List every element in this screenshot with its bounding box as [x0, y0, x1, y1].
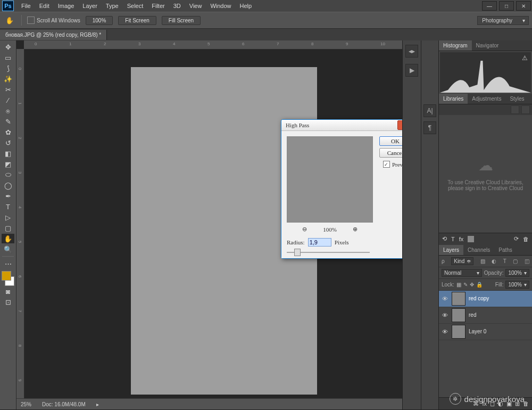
menu-file[interactable]: File: [17, 1, 35, 11]
close-window-button[interactable]: ✕: [516, 1, 531, 11]
filter-adjust-icon[interactable]: ◐: [492, 258, 496, 264]
character-panel-icon[interactable]: A|: [423, 104, 436, 117]
blur-tool[interactable]: ⬭: [2, 170, 14, 179]
tab-libraries[interactable]: Libraries: [439, 94, 468, 104]
healing-brush-tool[interactable]: ⍟: [2, 106, 14, 116]
tab-adjustments[interactable]: Adjustments: [468, 94, 505, 104]
filter-preview[interactable]: [287, 136, 373, 223]
ok-button[interactable]: OK: [379, 136, 402, 146]
menu-layer[interactable]: Layer: [78, 1, 102, 11]
menu-select[interactable]: Select: [123, 1, 148, 11]
blend-mode-select[interactable]: Normal▾: [442, 269, 482, 277]
layer-thumbnail[interactable]: [452, 292, 466, 306]
menu-help[interactable]: Help: [236, 1, 256, 11]
status-zoom[interactable]: 25%: [21, 401, 31, 407]
dialog-close-button[interactable]: ✕: [397, 120, 402, 130]
layer-filter-kind[interactable]: Kind≑: [451, 257, 473, 265]
lock-all-icon[interactable]: 🔒: [476, 282, 483, 288]
pen-tool[interactable]: ✒: [2, 191, 14, 201]
menu-image[interactable]: Image: [54, 1, 79, 11]
type-tool[interactable]: T: [2, 202, 14, 211]
filter-smart-icon[interactable]: ◫: [525, 258, 529, 264]
layer-name[interactable]: red copy: [469, 296, 489, 301]
fill-input[interactable]: 100%▾: [505, 281, 529, 289]
crop-tool[interactable]: ✂: [2, 85, 14, 94]
menu-view[interactable]: View: [185, 1, 206, 11]
lasso-tool[interactable]: ⟆: [2, 63, 14, 73]
menu-window[interactable]: Window: [206, 1, 235, 11]
fit-screen-button[interactable]: Fit Screen: [118, 16, 156, 25]
edit-toolbar[interactable]: ⋯: [2, 259, 14, 268]
lib-grid-view-icon[interactable]: [511, 105, 519, 114]
opacity-input[interactable]: 100%▾: [505, 269, 529, 277]
quick-mask-toggle[interactable]: ◙: [2, 286, 14, 296]
link-icon[interactable]: ⟲: [442, 235, 447, 242]
menu-type[interactable]: Type: [102, 1, 123, 11]
lock-trans-icon[interactable]: ▦: [456, 282, 461, 288]
layer-row[interactable]: 👁Layer 0: [439, 324, 532, 340]
slider-thumb[interactable]: [294, 249, 301, 256]
zoom-tool[interactable]: 🔍: [2, 244, 14, 254]
move-tool[interactable]: ✥: [2, 42, 14, 52]
marquee-tool[interactable]: ▭: [2, 53, 14, 62]
filter-shape-icon[interactable]: ▢: [513, 258, 518, 264]
brush-tool[interactable]: ✎: [2, 117, 14, 126]
paragraph-panel-icon[interactable]: ¶: [423, 121, 436, 134]
document-tab[interactable]: бновая.JPG @ 25% (red copy, RGB/8) *: [0, 30, 107, 40]
dialog-titlebar[interactable]: High Pass ✕: [281, 120, 402, 131]
sync-icon[interactable]: ⟳: [514, 235, 519, 242]
lock-pos-icon[interactable]: ✥: [470, 282, 474, 288]
cancel-button[interactable]: Cancel: [379, 148, 402, 158]
expand-panel-icon[interactable]: ◂▸: [405, 45, 418, 58]
tab-channels[interactable]: Channels: [463, 245, 494, 255]
tab-paths[interactable]: Paths: [494, 245, 517, 255]
lock-pixel-icon[interactable]: ✎: [463, 282, 468, 288]
maximize-button[interactable]: □: [499, 1, 514, 11]
menu-filter[interactable]: Filter: [147, 1, 169, 11]
layer-row[interactable]: 👁red copy: [439, 291, 532, 307]
zoom-out-icon[interactable]: ⊖: [302, 226, 307, 233]
dodge-tool[interactable]: ◯: [2, 181, 14, 190]
type-icon[interactable]: T: [451, 236, 455, 242]
layer-name[interactable]: Layer 0: [469, 329, 486, 334]
tab-navigator[interactable]: Navigator: [472, 40, 503, 51]
visibility-toggle[interactable]: 👁: [441, 296, 448, 302]
gradient-tool[interactable]: ◩: [2, 159, 14, 169]
status-doc-size[interactable]: Doc: 16.0M/48.0M: [42, 401, 86, 407]
workspace-switcher[interactable]: Photography: [477, 16, 529, 25]
layer-thumbnail[interactable]: [452, 325, 466, 339]
tab-styles[interactable]: Styles: [505, 94, 528, 104]
menu-3d[interactable]: 3D: [169, 1, 185, 11]
history-brush-tool[interactable]: ↺: [2, 138, 14, 147]
tab-layers[interactable]: Layers: [439, 245, 463, 255]
filter-pixel-icon[interactable]: ▨: [480, 258, 485, 264]
visibility-toggle[interactable]: 👁: [441, 312, 448, 318]
zoom-in-icon[interactable]: ⊕: [353, 226, 358, 233]
lib-list-view-icon[interactable]: [521, 105, 530, 114]
minimize-button[interactable]: —: [482, 1, 497, 11]
hand-tool[interactable]: ✋: [2, 234, 14, 243]
layer-thumbnail[interactable]: [452, 308, 466, 322]
filter-type-icon[interactable]: T: [503, 258, 506, 264]
eyedropper-tool[interactable]: ⁄: [2, 95, 14, 105]
shape-tool[interactable]: ▢: [2, 223, 14, 233]
scroll-all-checkbox[interactable]: Scroll All Windows: [27, 17, 80, 24]
layer-row[interactable]: 👁red: [439, 307, 532, 324]
tab-histogram[interactable]: Histogram: [439, 40, 472, 51]
magic-wand-tool[interactable]: ✨: [2, 74, 14, 84]
radius-slider[interactable]: [287, 252, 370, 253]
zoom-100-button[interactable]: 100%: [86, 16, 113, 25]
layer-name[interactable]: red: [469, 312, 476, 318]
fill-screen-button[interactable]: Fill Screen: [162, 16, 201, 25]
trash-icon[interactable]: 🗑: [523, 236, 529, 242]
play-icon[interactable]: ▶: [405, 64, 418, 77]
fill-swatch-icon[interactable]: [468, 236, 474, 242]
path-select-tool[interactable]: ▷: [2, 212, 14, 222]
color-swatches[interactable]: [2, 271, 14, 286]
screen-mode[interactable]: ⊡: [2, 297, 14, 307]
menu-edit[interactable]: Edit: [35, 1, 54, 11]
preview-checkbox[interactable]: ✓Preview: [383, 161, 402, 168]
visibility-toggle[interactable]: 👁: [441, 329, 448, 335]
fx-icon[interactable]: fx: [459, 236, 464, 242]
radius-input[interactable]: [308, 238, 331, 247]
